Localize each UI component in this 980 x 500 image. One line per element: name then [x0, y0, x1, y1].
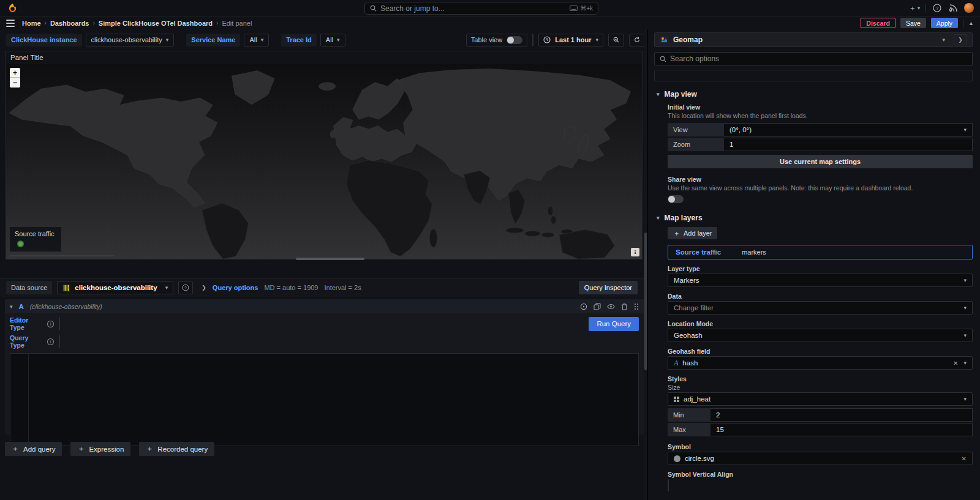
geomap-panel: Panel Title [5, 51, 643, 260]
query-type-label: Query Typei [10, 334, 54, 349]
recorded-query-button[interactable]: ＋Recorded query [139, 442, 214, 456]
breadcrumb[interactable]: Home›Dashboards›Simple ClickHouse OTel D… [22, 20, 252, 27]
layer-type-select[interactable]: Markers▾ [668, 274, 973, 287]
query-history-icon[interactable] [580, 303, 587, 310]
expression-button[interactable]: ＋Expression [70, 442, 130, 456]
layer-item[interactable]: Source traffic markers [668, 245, 973, 259]
duplicate-query-icon[interactable] [594, 303, 601, 310]
top-navbar: Search or jump to... ⌘+k ＋▾ ? [0, 0, 980, 17]
map-zoom-out-button[interactable]: − [10, 78, 20, 88]
hide-query-icon[interactable] [607, 303, 615, 310]
use-current-map-settings-button[interactable]: Use current map settings [668, 155, 973, 168]
map-layers-section-header[interactable]: ▾Map layers [657, 214, 973, 222]
divider [963, 19, 963, 28]
map-attribution-button[interactable]: i [631, 248, 639, 256]
divider [925, 4, 926, 12]
query-inspector-button[interactable]: Query Inspector [579, 281, 638, 294]
visualization-picker[interactable]: Geomap ▾ ❯ [654, 32, 973, 47]
save-button[interactable]: Save [900, 18, 926, 28]
trace-id-select[interactable]: All▾ [320, 34, 345, 47]
clickhouse-logo-icon [62, 284, 70, 292]
user-avatar[interactable] [964, 3, 974, 13]
info-icon[interactable]: i [47, 321, 54, 327]
refresh-icon [634, 36, 640, 43]
sql-code[interactable] [29, 354, 638, 446]
discard-button[interactable]: Discard [861, 18, 895, 28]
help-icon[interactable]: ? [932, 3, 942, 13]
query-row-header[interactable]: ▾ A (clickhouse-observability) [5, 299, 644, 313]
geohash-field-select[interactable]: A hash ✕▾ [668, 356, 973, 370]
service-name-select[interactable]: All▾ [244, 34, 269, 47]
clickhouse-instance-select[interactable]: clickhouse-observability▾ [86, 34, 175, 47]
location-mode-label: Location Mode [668, 320, 973, 327]
symbol-label: Symbol [668, 443, 973, 450]
time-range-picker[interactable]: Last 1 hour▾ [538, 34, 603, 47]
map-zoom-in-button[interactable]: + [10, 68, 20, 78]
breadcrumb-item[interactable]: Home [22, 20, 41, 27]
apply-button[interactable]: Apply [931, 18, 958, 28]
share-view-label: Share view [668, 176, 973, 183]
share-view-desc: Use the same view across multiple panels… [668, 184, 925, 192]
add-layer-button[interactable]: ＋Add layer [668, 227, 717, 239]
horizontal-scrollbar[interactable] [296, 258, 364, 260]
max-datapoints-text: MD = auto = 1909 [264, 284, 318, 291]
table-view-toggle[interactable]: Table view [466, 34, 527, 47]
add-menu-button[interactable]: ＋▾ [910, 3, 919, 13]
clickhouse-instance-label: ClickHouse instance [6, 34, 82, 47]
size-field-select[interactable]: adj_heat▾ [668, 392, 973, 406]
zoom-out-time-button[interactable] [608, 34, 624, 47]
news-icon[interactable] [948, 3, 958, 13]
datasource-row: Data source clickhouse-observability ▾ ?… [0, 278, 644, 297]
size-label: Size [668, 384, 973, 391]
datasource-help-button[interactable]: ? [178, 281, 193, 294]
breadcrumb-item[interactable]: Dashboards [50, 20, 89, 27]
query-options-link[interactable]: Query options [213, 284, 258, 291]
max-input[interactable]: 15 [710, 423, 973, 436]
global-search-input[interactable]: Search or jump to... ⌘+k [364, 2, 598, 15]
breadcrumb-item: Edit panel [222, 20, 252, 27]
add-query-button[interactable]: ＋Add query [5, 442, 62, 456]
panel-title[interactable]: Panel Title [6, 51, 643, 64]
clear-icon[interactable]: ✕ [953, 360, 958, 367]
dashboard-variables-row: ClickHouse instance clickhouse-observabi… [0, 29, 651, 50]
info-icon[interactable]: i [47, 338, 54, 345]
panel-options-pane: Geomap ▾ ❯ Search options ▾Map view Init… [647, 29, 980, 500]
search-shortcut: ⌘+k [580, 5, 593, 12]
sql-editor[interactable] [10, 353, 639, 446]
min-field: Min 2 [668, 408, 973, 422]
initial-view-desc: This location will show when the panel f… [668, 112, 973, 120]
run-query-button[interactable]: Run Query [589, 317, 639, 331]
search-placeholder: Search or jump to... [380, 4, 445, 13]
drag-handle-icon[interactable] [634, 303, 639, 310]
toggle-pane-button[interactable]: ❯ [954, 34, 967, 45]
query-options-chevron[interactable]: ❯ [202, 285, 206, 291]
menu-toggle-icon[interactable] [6, 20, 15, 27]
collapse-query-icon[interactable]: ▾ [10, 304, 13, 310]
min-input[interactable]: 2 [710, 408, 973, 422]
trace-id-label: Trace Id [281, 34, 317, 47]
query-refid: A [19, 303, 24, 310]
view-select[interactable]: (0°, 0°)▾ [724, 123, 973, 136]
symbol-select[interactable]: circle.svg ✕ [668, 452, 973, 465]
zoom-input[interactable]: 1 [724, 138, 973, 151]
field-grid-icon [674, 397, 679, 402]
refresh-button[interactable] [629, 34, 645, 47]
data-select[interactable]: Change filter▾ [668, 301, 973, 315]
grafana-logo-icon[interactable] [7, 3, 18, 13]
delete-query-icon[interactable] [621, 303, 628, 310]
share-view-toggle[interactable] [668, 195, 684, 203]
symbol-vertical-align-segment [668, 479, 669, 491]
query-type-segment [59, 335, 60, 348]
clear-icon[interactable]: ✕ [962, 455, 967, 462]
options-search-input[interactable]: Search options [654, 52, 973, 65]
datasource-label: Data source [6, 281, 52, 294]
world-map[interactable]: + − Source traffic i [6, 64, 642, 259]
map-view-section-header[interactable]: ▾Map view [657, 90, 973, 99]
collapse-options-icon[interactable]: ▲ [968, 20, 974, 26]
breadcrumb-item[interactable]: Simple ClickHouse OTel Dashboard [99, 20, 213, 27]
datasource-select[interactable]: clickhouse-observability ▾ [57, 281, 173, 294]
location-mode-select[interactable]: Geohash▾ [668, 329, 973, 342]
map-markers [6, 64, 642, 259]
svg-text:?: ? [184, 286, 187, 290]
table-view-switch[interactable] [507, 36, 522, 44]
